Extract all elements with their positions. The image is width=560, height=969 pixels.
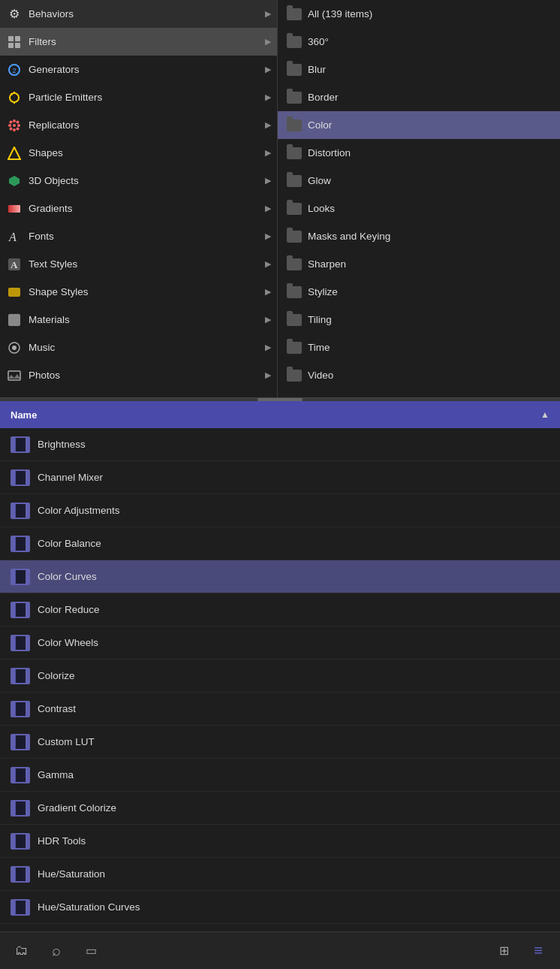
- filter-item-channel-mixer[interactable]: Channel Mixer: [0, 461, 560, 494]
- hdr-tools-filter-label: HDR Tools: [38, 835, 86, 847]
- svg-marker-20: [9, 176, 20, 186]
- right-menu-item-glow[interactable]: Glow: [278, 167, 560, 195]
- film-icon-color-curves: [11, 569, 30, 585]
- svg-rect-40: [29, 447, 30, 449]
- svg-rect-191: [13, 913, 15, 916]
- search-button[interactable]: ⌕: [47, 941, 66, 961]
- svg-rect-112: [13, 675, 15, 677]
- svg-rect-91: [13, 612, 15, 614]
- right-menu-item-time[interactable]: Time: [278, 334, 560, 361]
- svg-rect-71: [29, 539, 30, 541]
- filter-item-color-wheels[interactable]: Color Wheels: [0, 626, 560, 660]
- right-menu-item-distortion[interactable]: Distortion: [278, 139, 560, 167]
- filter-item-hdr-tools[interactable]: HDR Tools: [0, 825, 560, 858]
- filter-item-color-balance[interactable]: Color Balance: [0, 527, 560, 560]
- left-menu-item-shape-styles[interactable]: Shape Styles▶: [0, 278, 277, 306]
- svg-rect-130: [12, 735, 30, 750]
- right-menu-item-looks[interactable]: Looks: [278, 195, 560, 222]
- svg-rect-92: [13, 616, 15, 618]
- photos-icon: [6, 367, 23, 384]
- svg-rect-95: [29, 612, 30, 614]
- filter-item-gradient-colorize[interactable]: Gradient Colorize: [0, 792, 560, 825]
- svg-rect-173: [29, 847, 30, 850]
- svg-point-13: [8, 124, 11, 127]
- right-menu-item-blur[interactable]: Blur: [278, 56, 560, 83]
- filter-item-hue-saturation-curves[interactable]: Hue/Saturation Curves: [0, 891, 560, 924]
- filter-item-hue-saturation[interactable]: Hue/Saturation: [0, 858, 560, 891]
- looks-right-label: Looks: [308, 203, 335, 214]
- film-icon-channel-mixer: [11, 469, 30, 486]
- left-menu-item-shapes[interactable]: Shapes▶: [0, 139, 277, 167]
- filter-item-brightness[interactable]: Brightness: [0, 428, 560, 461]
- svg-rect-129: [29, 715, 30, 717]
- svg-rect-85: [29, 583, 30, 585]
- right-menu-item-360[interactable]: 360°: [278, 28, 560, 56]
- svg-rect-155: [13, 803, 15, 805]
- filter-item-gamma[interactable]: Gamma: [0, 759, 560, 792]
- left-menu-item-replicators[interactable]: Replicators▶: [0, 111, 277, 139]
- left-menu-item-filters[interactable]: Filters▶: [0, 28, 277, 56]
- svg-rect-131: [12, 735, 16, 750]
- svg-rect-87: [12, 603, 16, 618]
- left-menu-item-generators[interactable]: 2Generators▶: [0, 56, 277, 83]
- filter-item-colorize[interactable]: Colorize: [0, 660, 560, 693]
- list-view-button[interactable]: ≡: [528, 941, 548, 961]
- svg-rect-153: [12, 801, 16, 817]
- preview-button[interactable]: ▭: [81, 941, 101, 961]
- right-menu-item-all[interactable]: All (139 items): [278, 0, 560, 28]
- svg-rect-132: [28, 735, 30, 750]
- folder-icon-sharpen: [287, 258, 302, 270]
- svg-rect-178: [13, 873, 15, 875]
- right-menu-item-video[interactable]: Video: [278, 361, 560, 389]
- left-menu-item-photos[interactable]: Photos▶: [0, 361, 277, 389]
- folder-icon-tiling: [287, 314, 302, 326]
- svg-rect-25: [8, 288, 20, 297]
- sort-caret-icon: ▲: [540, 409, 549, 420]
- film-icon-hdr-tools: [11, 833, 30, 850]
- svg-rect-116: [29, 675, 30, 677]
- svg-rect-82: [29, 572, 30, 574]
- left-menu-item-gradients[interactable]: Gradients▶: [0, 195, 277, 222]
- grid-view-button[interactable]: ⊞: [494, 941, 513, 961]
- svg-rect-94: [29, 608, 30, 611]
- left-menu-item-fonts[interactable]: AFonts▶: [0, 222, 277, 250]
- svg-point-6: [10, 93, 19, 102]
- filter-item-custom-lut[interactable]: Custom LUT: [0, 726, 560, 759]
- svg-rect-124: [13, 711, 15, 714]
- svg-rect-145: [13, 774, 15, 776]
- right-menu-item-sharpen[interactable]: Sharpen: [278, 250, 560, 278]
- svg-rect-159: [29, 803, 30, 805]
- svg-rect-77: [28, 570, 30, 585]
- folder-button[interactable]: 🗂: [12, 941, 32, 961]
- svg-rect-157: [13, 811, 15, 813]
- svg-rect-135: [13, 744, 15, 747]
- left-menu-item-materials[interactable]: Materials▶: [0, 306, 277, 334]
- name-header[interactable]: Name ▲: [0, 401, 560, 428]
- right-menu-item-tiling[interactable]: Tiling: [278, 306, 560, 334]
- left-menu-item-music[interactable]: Music▶: [0, 334, 277, 361]
- filter-item-color-reduce[interactable]: Color Reduce: [0, 593, 560, 626]
- left-menu-item-behaviors[interactable]: ⚙Behaviors▶: [0, 0, 277, 28]
- svg-rect-176: [28, 868, 30, 883]
- svg-rect-118: [29, 682, 30, 684]
- filter-item-color-adjustments[interactable]: Color Adjustments: [0, 494, 560, 527]
- right-menu-item-border[interactable]: Border: [278, 83, 560, 111]
- svg-rect-72: [29, 542, 30, 545]
- filter-item-contrast[interactable]: Contrast: [0, 693, 560, 726]
- right-menu-item-masks-and-keying[interactable]: Masks and Keying: [278, 222, 560, 250]
- gradients-icon: [6, 201, 23, 217]
- svg-point-15: [10, 120, 13, 123]
- folder-icon-border: [287, 92, 302, 104]
- text-styles-label: Text Styles: [29, 258, 262, 270]
- svg-rect-164: [12, 835, 16, 850]
- svg-rect-152: [12, 801, 30, 817]
- svg-rect-31: [12, 438, 30, 453]
- filter-item-color-curves[interactable]: Color Curves: [0, 560, 560, 593]
- filter-list: Brightness Channel Mixer: [0, 428, 560, 931]
- svg-rect-32: [12, 438, 16, 453]
- left-menu-item-3d-objects[interactable]: 3D Objects▶: [0, 167, 277, 195]
- right-menu-item-color[interactable]: Color: [278, 111, 560, 139]
- left-menu-item-particle-emitters[interactable]: Particle Emitters▶: [0, 83, 277, 111]
- left-menu-item-text-styles[interactable]: AText Styles▶: [0, 250, 277, 278]
- right-menu-item-stylize[interactable]: Stylize: [278, 278, 560, 306]
